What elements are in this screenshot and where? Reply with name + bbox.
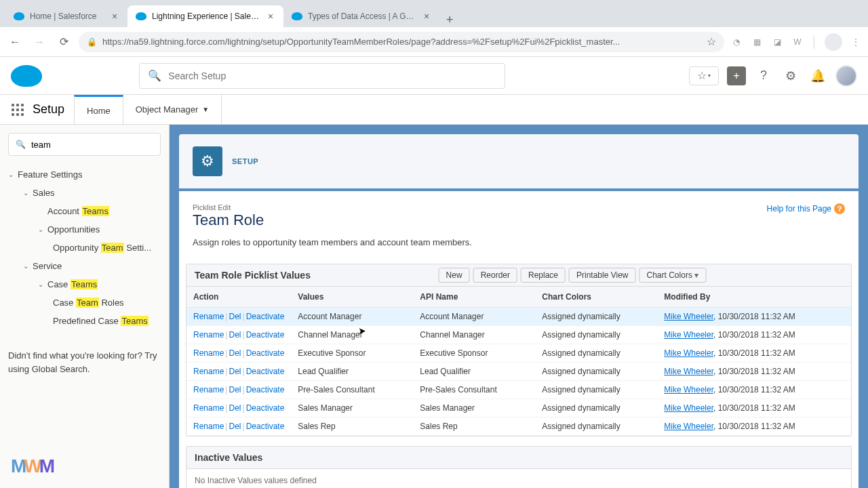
new-tab-button[interactable]: + <box>439 13 460 27</box>
picklist-values-panel: Team Role Picklist Values New Reorder Re… <box>186 264 852 436</box>
user-avatar[interactable] <box>835 65 857 87</box>
app-name: Setup <box>30 95 74 124</box>
quick-find-input[interactable] <box>31 140 153 150</box>
modified-by-link[interactable]: Mike Wheeler <box>664 348 713 358</box>
favorites-button[interactable]: ☆▾ <box>689 66 719 85</box>
del-link[interactable]: Del <box>229 385 241 394</box>
tree-item-case-team-roles[interactable]: Case Team Roles <box>8 293 161 312</box>
app-launcher-button[interactable] <box>5 95 30 124</box>
table-row: Rename|Del|DeactivateChannel ManagerChan… <box>186 326 851 344</box>
col-modified: Modified By <box>657 287 851 308</box>
page-header-card: ⚙ SETUP <box>179 134 859 188</box>
close-icon[interactable]: × <box>266 12 275 21</box>
printable-view-button[interactable]: Printable View <box>569 268 636 283</box>
setup-gear-button[interactable]: ⚙ <box>781 66 800 85</box>
tree-item-service[interactable]: ⌄Service <box>8 257 161 275</box>
modified-by-link[interactable]: Mike Wheeler <box>664 403 713 413</box>
modified-by-link[interactable]: Mike Wheeler <box>664 422 713 431</box>
menu-icon[interactable]: ⋮ <box>849 35 863 49</box>
rename-link[interactable]: Rename <box>193 312 224 321</box>
value-cell: Sales Rep <box>291 418 413 436</box>
api-cell: Lead Qualifier <box>413 363 535 381</box>
browser-tab-active[interactable]: Lightning Experience | Salesfo × <box>127 5 283 27</box>
chart-cell: Assigned dynamically <box>535 344 657 363</box>
extension-icon[interactable]: W <box>791 35 804 49</box>
extension-icon[interactable]: ◔ <box>730 35 743 49</box>
new-button[interactable]: New <box>439 268 470 283</box>
quick-find[interactable]: 🔍 <box>8 133 161 156</box>
deactivate-link[interactable]: Deactivate <box>246 367 285 376</box>
tree-item-opportunities[interactable]: ⌄Opportunities <box>8 220 161 239</box>
rename-link[interactable]: Rename <box>193 385 224 394</box>
global-search[interactable]: 🔍 <box>139 63 505 89</box>
deactivate-link[interactable]: Deactivate <box>246 385 285 394</box>
grid-icon <box>12 104 24 116</box>
nav-tab-home[interactable]: Home <box>74 95 123 124</box>
search-input[interactable] <box>168 70 496 81</box>
modified-by-link[interactable]: Mike Wheeler <box>664 367 713 376</box>
modified-by-link[interactable]: Mike Wheeler <box>664 312 713 321</box>
del-link[interactable]: Del <box>229 312 241 321</box>
deactivate-link[interactable]: Deactivate <box>246 330 285 340</box>
notifications-button[interactable]: 🔔 <box>808 66 827 85</box>
close-icon[interactable]: × <box>422 12 431 21</box>
tab-title: Home | Salesforce <box>30 12 104 21</box>
extension-icon[interactable]: ◪ <box>770 35 784 49</box>
address-bar-row: ← → ⟳ 🔒 https://na59.lightning.force.com… <box>0 27 868 57</box>
setup-tree: ⌄Feature Settings ⌄Sales Account Teams ⌄… <box>8 165 161 330</box>
deactivate-link[interactable]: Deactivate <box>246 312 285 321</box>
rename-link[interactable]: Rename <box>193 422 224 431</box>
close-icon[interactable]: × <box>110 12 119 21</box>
deactivate-link[interactable]: Deactivate <box>246 348 285 358</box>
tree-item-predefined-case-teams[interactable]: Predefined Case Teams <box>8 312 161 330</box>
add-button[interactable]: + <box>727 66 746 85</box>
chevron-down-icon: ▼ <box>202 106 209 113</box>
help-link-label: Help for this Page <box>767 204 831 214</box>
col-chart: Chart Colors <box>535 287 657 308</box>
rename-link[interactable]: Rename <box>193 403 224 413</box>
del-link[interactable]: Del <box>229 330 241 340</box>
help-button[interactable]: ? <box>754 66 773 85</box>
address-bar[interactable]: 🔒 https://na59.lightning.force.com/light… <box>79 32 724 52</box>
tree-item-case-teams[interactable]: ⌄Case Teams <box>8 275 161 293</box>
tree-item-sales[interactable]: ⌄Sales <box>8 184 161 202</box>
modified-when: , 10/30/2018 11:32 AM <box>713 422 795 431</box>
star-icon[interactable]: ☆ <box>707 35 716 48</box>
rename-link[interactable]: Rename <box>193 330 224 340</box>
reorder-button[interactable]: Reorder <box>473 268 517 283</box>
table-row: Rename|Del|DeactivatePre-Sales Consultan… <box>186 381 851 399</box>
tab-title: Lightning Experience | Salesfo <box>152 12 260 21</box>
tree-item-opp-team-settings[interactable]: Opportunity Team Setti... <box>8 239 161 257</box>
chart-colors-button[interactable]: Chart Colors <box>639 268 707 283</box>
del-link[interactable]: Del <box>229 367 241 376</box>
nav-tab-object-manager[interactable]: Object Manager ▼ <box>123 95 222 124</box>
del-link[interactable]: Del <box>229 422 241 431</box>
forward-button[interactable]: → <box>30 33 49 52</box>
setup-label: SETUP <box>232 157 258 165</box>
profile-avatar[interactable] <box>825 33 842 51</box>
extension-icon[interactable]: ▦ <box>750 35 764 49</box>
rename-link[interactable]: Rename <box>193 367 224 376</box>
deactivate-link[interactable]: Deactivate <box>246 422 285 431</box>
main-content: ⚙ SETUP Help for this Page ? Picklist Ed… <box>170 125 868 488</box>
watermark-logo: MWM <box>11 455 52 477</box>
modified-by-link[interactable]: Mike Wheeler <box>664 385 713 394</box>
salesforce-logo-icon[interactable] <box>11 65 42 87</box>
replace-button[interactable]: Replace <box>521 268 566 283</box>
del-link[interactable]: Del <box>229 403 241 413</box>
chart-cell: Assigned dynamically <box>535 308 657 326</box>
modified-by-link[interactable]: Mike Wheeler <box>664 330 713 340</box>
tree-item-account-teams[interactable]: Account Teams <box>8 202 161 220</box>
back-button[interactable]: ← <box>5 33 24 52</box>
tree-item-feature-settings[interactable]: ⌄Feature Settings <box>8 165 161 184</box>
help-link[interactable]: Help for this Page ? <box>767 203 845 214</box>
rename-link[interactable]: Rename <box>193 348 224 358</box>
browser-tab[interactable]: Types of Data Access | A Guide × <box>283 5 439 27</box>
del-link[interactable]: Del <box>229 348 241 358</box>
reload-button[interactable]: ⟳ <box>54 33 73 52</box>
deactivate-link[interactable]: Deactivate <box>246 403 285 413</box>
browser-tabs: Home | Salesforce × Lightning Experience… <box>0 0 868 27</box>
sf-header: 🔍 ☆▾ + ? ⚙ 🔔 <box>0 57 868 95</box>
browser-tab[interactable]: Home | Salesforce × <box>5 5 127 27</box>
api-cell: Sales Manager <box>413 399 535 418</box>
